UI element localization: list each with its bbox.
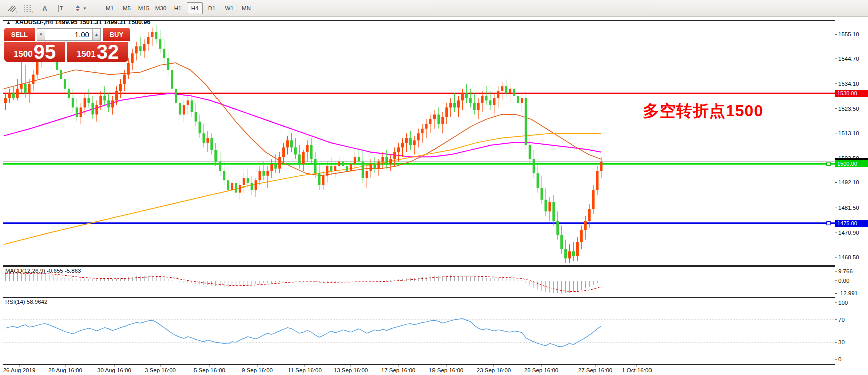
candle-body [231,183,233,190]
text-box-tool[interactable]: T [54,2,69,15]
volume-input[interactable] [45,29,92,40]
candle-body [521,98,523,103]
timeframe-button-m30[interactable]: M30 [153,2,169,14]
hline-handle-1475[interactable] [827,221,830,225]
candle-body [366,171,368,178]
candle-body [247,178,249,182]
timeframe-button-h4[interactable]: H4 [187,2,203,14]
candle-body [151,32,153,37]
candle-body [548,202,551,212]
candle-body [393,152,396,159]
time-axis-label: 19 Sep 16:00 [429,367,463,373]
candle-body [72,98,74,108]
candle-body [223,171,225,180]
candle-body [20,84,23,88]
candle-body [167,58,169,70]
volume-increase-button[interactable]: ▲ [92,29,100,40]
chart-ohlc-header: ▲ XAUUSD-,H4 1499.95 1501.31 1499.31 150… [6,19,150,26]
buy-price-display[interactable]: 1501 32 [67,42,128,62]
candle-body [572,251,575,256]
candle-body [541,188,543,200]
y-tick-label: 1460.50 [838,254,859,260]
candle-body [584,221,587,230]
candle-body [576,242,579,256]
sell-button[interactable]: SELL [4,28,35,41]
arrows-tool[interactable]: ▼ [70,2,90,15]
candle-body [219,162,221,171]
time-axis-label: 25 Sep 16:00 [524,367,558,373]
candle-body [441,117,444,124]
text-label-tool[interactable]: A [37,2,52,15]
candle-body [206,138,209,143]
price-badge-1530: 1530.00 [835,90,868,97]
sell-price-display[interactable]: 1500 95 [4,42,65,62]
hline-handle-1500[interactable] [827,162,830,166]
y-tick-label: 1481.50 [838,205,859,211]
line-studies-tool-icon[interactable]: E [4,2,19,15]
candle-body [95,105,98,115]
candle-body [163,49,165,58]
price-badge-1500: 1500.00 [835,160,868,167]
candle-body [330,166,332,171]
macd-panel-border [3,267,835,296]
candle-body [294,147,297,154]
rsi-panel-border [3,298,835,365]
candle-body [326,166,328,176]
candle-body [32,75,35,84]
y-tick-label: 1470.90 [838,230,859,236]
ma-slow-orange [4,133,601,244]
candle-body [568,251,571,258]
candle-body [560,235,563,249]
symbol-timeframe-label: XAUUSD-,H4 [15,19,53,26]
pencil-lines-icon [7,4,16,12]
timeframe-button-m5[interactable]: M5 [119,2,135,14]
candle-body [533,159,535,173]
candle-body [262,171,265,175]
candle-body [429,119,432,124]
candle-body [314,159,317,173]
tool-subscript: F [32,10,35,14]
candle-body [199,122,201,134]
chart-text-annotation[interactable]: 多空转折点1500 [643,100,763,122]
timeframe-button-h1[interactable]: H1 [170,2,186,14]
candle-body [564,249,567,259]
candle-body [537,173,539,188]
candle-body [159,39,161,49]
macd-tick-label: 0.00 [838,278,849,284]
candle-body [489,100,491,105]
timeframe-button-mn[interactable]: MN [238,2,254,14]
volume-decrease-button[interactable]: ▼ [37,29,45,40]
macd-signal-line [6,273,602,292]
buy-button[interactable]: BUY [103,28,130,41]
timeframe-button-m1[interactable]: M1 [102,2,118,14]
candle-body [266,171,269,175]
candle-body [24,84,27,93]
candle-body [485,96,488,100]
candle-body [127,63,130,75]
candle-body [147,37,149,44]
timeframe-button-w1[interactable]: W1 [221,2,237,14]
candle-body [346,166,348,171]
candle-body [525,98,527,145]
candle-body [214,150,217,162]
candle-body [385,157,388,164]
candle-body [358,157,360,161]
candle-body [501,86,503,91]
fibonacci-grid-icon [24,4,33,12]
candle-body [88,98,90,103]
candle-body [243,178,245,185]
toolbar: E F A T ▼ M1 M5 M15 M30 H1 H4 D1 [0,0,868,17]
candle-body [28,84,31,93]
candle-body [397,147,400,152]
candle-body [377,162,380,169]
timeframe-button-d1[interactable]: D1 [204,2,220,14]
candle-body [84,98,86,108]
price-chart-canvas[interactable]: 1555.101544.701534.101523.501513.101502.… [0,17,868,375]
candle-body [473,103,476,110]
candle-body [362,162,364,178]
fibonacci-tool-icon[interactable]: F [21,2,36,15]
candle-body [529,145,531,159]
timeframe-button-m15[interactable]: M15 [136,2,152,14]
rsi-tick-label: 70 [838,317,845,323]
candle-body [139,46,142,51]
